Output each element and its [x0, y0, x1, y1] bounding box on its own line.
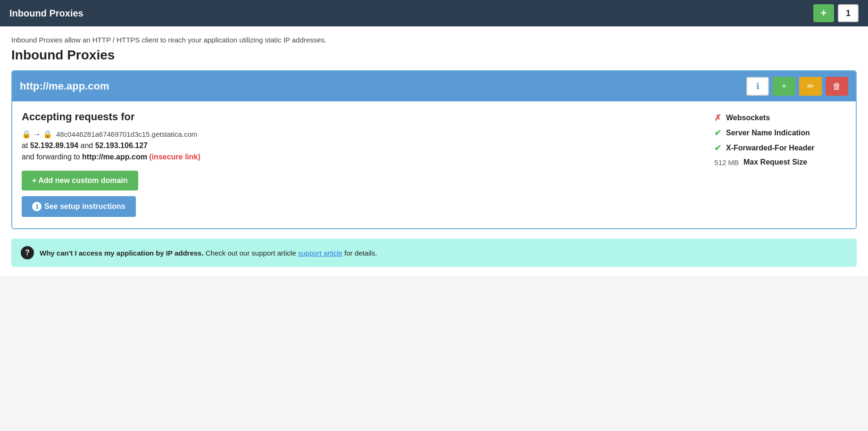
- question-icon: ?: [21, 246, 34, 259]
- proxy-delete-button[interactable]: 🗑: [826, 77, 848, 96]
- description-text: Inbound Proxies allow an HTTP / HTTPS cl…: [11, 36, 857, 44]
- feature-row-sni: ✔ Server Name Indication: [714, 128, 846, 138]
- forward-label: and forwarding to: [22, 153, 80, 161]
- setup-instructions-button[interactable]: ℹ See setup instructions: [22, 196, 136, 217]
- proxy-card-header: http://me.app.com ℹ + ✏ 🗑: [12, 71, 856, 101]
- xff-check-icon: ✔: [714, 143, 721, 153]
- feature-row-xff: ✔ X-Forwarded-For Header: [714, 143, 846, 153]
- add-proxy-button[interactable]: +: [813, 4, 834, 22]
- header-bar: Inbound Proxies + 1: [0, 0, 868, 26]
- support-article-link[interactable]: support article: [298, 249, 342, 257]
- proxy-info-button[interactable]: ℹ: [746, 77, 769, 96]
- info-banner-end: for details.: [344, 249, 377, 257]
- feature-row-websockets: ✗ Websockets: [714, 113, 846, 123]
- proxy-edit-button[interactable]: ✏: [799, 77, 822, 96]
- route-icons: 🔒 → 🔒: [22, 130, 52, 139]
- proxy-right-panel: ✗ Websockets ✔ Server Name Indication ✔ …: [714, 111, 846, 217]
- pencil-icon: ✏: [807, 81, 814, 91]
- max-size-label: Max Request Size: [743, 158, 807, 166]
- add-domain-label: + Add new custom domain: [32, 176, 128, 185]
- header-actions: + 1: [813, 4, 859, 22]
- feature-row-max-size: 512 MB Max Request Size: [714, 158, 846, 166]
- proxy-ips: at 52.192.89.194 and 52.193.106.127: [22, 141, 695, 150]
- route-hostname: 48c0446281a67469701d3c15.getstatica.com: [56, 130, 197, 138]
- forward-domain: http://me.app.com: [82, 153, 147, 161]
- page-wrapper: Inbound Proxies + 1 Inbound Proxies allo…: [0, 0, 868, 276]
- setup-label: See setup instructions: [44, 202, 125, 211]
- proxy-count-badge: 1: [838, 4, 859, 22]
- proxy-forward: and forwarding to http://me.app.com (ins…: [22, 153, 695, 161]
- insecure-link-label: (insecure link): [149, 153, 200, 161]
- websockets-label: Websockets: [726, 114, 770, 122]
- max-size-value: 512 MB: [714, 158, 739, 166]
- content-area: Inbound Proxies allow an HTTP / HTTPS cl…: [0, 26, 868, 276]
- section-title: Inbound Proxies: [11, 48, 857, 63]
- proxy-route: 🔒 → 🔒 48c0446281a67469701d3c15.getstatic…: [22, 130, 695, 139]
- info-icon: ℹ: [756, 81, 760, 91]
- xff-label: X-Forwarded-For Header: [726, 144, 815, 152]
- proxy-ip1: 52.192.89.194: [30, 141, 78, 149]
- proxy-card-actions: ℹ + ✏ 🗑: [746, 77, 848, 96]
- info-banner-bold: Why can't I access my application by IP …: [40, 249, 204, 257]
- proxy-add-button[interactable]: +: [773, 77, 795, 96]
- proxy-buttons: + Add new custom domain ℹ See setup inst…: [22, 171, 695, 217]
- proxy-card-body: Accepting requests for 🔒 → 🔒 48c0446281a…: [12, 101, 856, 228]
- websockets-cross-icon: ✗: [714, 113, 721, 123]
- proxy-ip2: 52.193.106.127: [95, 141, 148, 149]
- page-title: Inbound Proxies: [9, 8, 83, 19]
- accepting-title: Accepting requests for: [22, 111, 695, 123]
- proxy-card: http://me.app.com ℹ + ✏ 🗑: [11, 70, 857, 229]
- proxy-domain: http://me.app.com: [20, 80, 109, 92]
- proxy-left-panel: Accepting requests for 🔒 → 🔒 48c0446281a…: [22, 111, 695, 217]
- sni-label: Server Name Indication: [726, 129, 810, 137]
- setup-info-icon: ℹ: [32, 202, 42, 211]
- info-banner-text: Why can't I access my application by IP …: [40, 249, 377, 257]
- add-custom-domain-button[interactable]: + Add new custom domain: [22, 171, 138, 191]
- info-banner-normal: Check out our support article: [206, 249, 298, 257]
- sni-check-icon: ✔: [714, 128, 721, 138]
- trash-icon: 🗑: [833, 82, 841, 91]
- plus-icon: +: [782, 82, 787, 91]
- info-banner: ? Why can't I access my application by I…: [11, 239, 857, 267]
